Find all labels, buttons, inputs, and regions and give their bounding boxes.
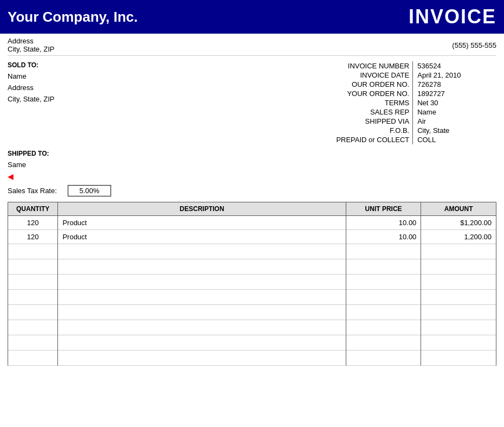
- detail-row: INVOICE DATEApril 21, 2010: [280, 71, 496, 80]
- header-description: DESCRIPTION: [58, 202, 346, 215]
- detail-row: OUR ORDER NO.726278: [280, 80, 496, 89]
- cell-unit-price: 10.00: [346, 230, 421, 244]
- cell-description: Product: [58, 230, 346, 244]
- tax-row: Sales Tax Rate:: [0, 181, 504, 202]
- company-name: Your Company, Inc.: [8, 9, 138, 26]
- detail-row: SALES REPName: [280, 107, 496, 117]
- sold-to-city: City, State, ZIP: [8, 94, 280, 105]
- billing-section: SOLD TO: Name Address City, State, ZIP I…: [0, 56, 504, 144]
- sold-to-label: SOLD TO:: [8, 61, 280, 69]
- table-empty-row: [8, 274, 496, 289]
- detail-value: 1892727: [413, 89, 496, 98]
- detail-label: TERMS: [280, 98, 413, 107]
- table-header-row: QUANTITY DESCRIPTION UNIT PRICE AMOUNT: [8, 202, 496, 215]
- cell-quantity: 120: [8, 230, 58, 244]
- detail-label: INVOICE NUMBER: [280, 61, 413, 71]
- company-info: Address City, State, ZIP (555) 555-555: [0, 34, 504, 55]
- detail-value: 726278: [413, 80, 496, 89]
- detail-row: SHIPPED VIAAir: [280, 117, 496, 126]
- detail-label: SHIPPED VIA: [280, 117, 413, 126]
- table-empty-row: [8, 244, 496, 259]
- detail-label: OUR ORDER NO.: [280, 80, 413, 89]
- tax-label: Sales Tax Rate:: [8, 187, 57, 195]
- cell-unit-price: 10.00: [346, 215, 421, 230]
- invoice-title: INVOICE: [409, 5, 496, 28]
- detail-label: PREPAID or COLLECT: [280, 135, 413, 144]
- detail-label: INVOICE DATE: [280, 71, 413, 80]
- items-table: QUANTITY DESCRIPTION UNIT PRICE AMOUNT 1…: [8, 202, 496, 366]
- sold-to-name: Name: [8, 71, 280, 82]
- detail-label: YOUR ORDER NO.: [280, 89, 413, 98]
- detail-value: April 21, 2010: [413, 71, 496, 80]
- table-empty-row: [8, 335, 496, 350]
- red-arrow-indicator: ◀: [0, 171, 504, 181]
- shipped-to-value: Same: [8, 160, 496, 171]
- table-row: 120Product10.001,200.00: [8, 230, 496, 244]
- shipped-to-section: SHIPPED TO: Same: [0, 144, 504, 171]
- header-unit-price: UNIT PRICE: [346, 202, 421, 215]
- detail-label: F.O.B.: [280, 126, 413, 135]
- company-address: Address City, State, ZIP: [8, 37, 54, 53]
- detail-value: Air: [413, 117, 496, 126]
- cell-quantity: 120: [8, 215, 58, 230]
- table-empty-row: [8, 289, 496, 304]
- cell-description: Product: [58, 215, 346, 230]
- detail-value: COLL: [413, 135, 496, 144]
- sold-to-section: SOLD TO: Name Address City, State, ZIP: [8, 61, 280, 144]
- header-amount: AMOUNT: [421, 202, 496, 215]
- tax-input[interactable]: [68, 185, 111, 196]
- table-empty-row: [8, 304, 496, 320]
- invoice-details-section: INVOICE NUMBER536524INVOICE DATEApril 21…: [280, 61, 496, 144]
- header-quantity: QUANTITY: [8, 202, 58, 215]
- company-phone: (555) 555-555: [452, 41, 496, 49]
- detail-row: PREPAID or COLLECTCOLL: [280, 135, 496, 144]
- detail-row: INVOICE NUMBER536524: [280, 61, 496, 71]
- company-address-line1: Address: [8, 37, 54, 45]
- invoice-header: Your Company, Inc. INVOICE: [0, 0, 504, 34]
- detail-row: F.O.B.City, State: [280, 126, 496, 135]
- detail-value: Name: [413, 107, 496, 117]
- table-empty-row: [8, 259, 496, 274]
- detail-row: TERMSNet 30: [280, 98, 496, 107]
- cell-amount: 1,200.00: [421, 230, 496, 244]
- table-empty-row: [8, 350, 496, 365]
- detail-row: YOUR ORDER NO.1892727: [280, 89, 496, 98]
- sold-to-address: Address: [8, 82, 280, 94]
- company-address-line2: City, State, ZIP: [8, 45, 54, 53]
- detail-label: SALES REP: [280, 107, 413, 117]
- detail-value: City, State: [413, 126, 496, 135]
- detail-value: 536524: [413, 61, 496, 71]
- table-empty-row: [8, 320, 496, 335]
- table-row: 120Product10.00$1,200.00: [8, 215, 496, 230]
- cell-amount: $1,200.00: [421, 215, 496, 230]
- invoice-details-table: INVOICE NUMBER536524INVOICE DATEApril 21…: [280, 61, 496, 144]
- detail-value: Net 30: [413, 98, 496, 107]
- shipped-to-label: SHIPPED TO:: [8, 150, 496, 157]
